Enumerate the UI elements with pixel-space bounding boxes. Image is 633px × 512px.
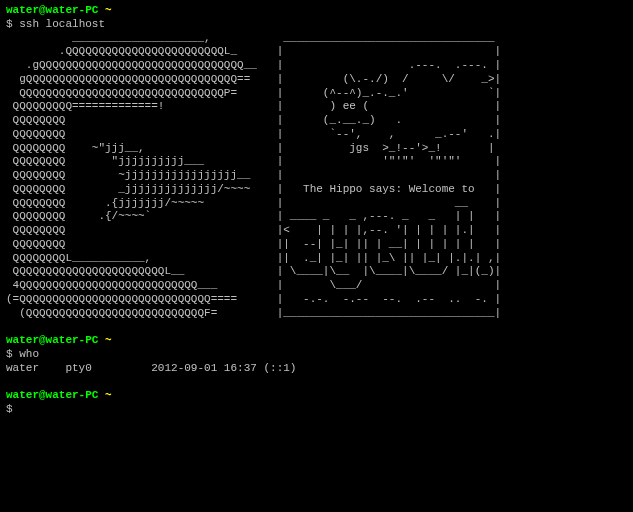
- user-host-2: water@water-PC: [6, 334, 98, 346]
- prompt-line-3: water@water-PC ~: [6, 389, 627, 403]
- prompt-line-2: water@water-PC ~: [6, 334, 627, 348]
- prompt-symbol-2: $: [6, 348, 13, 360]
- motd-ascii-art: ____________________, __________________…: [6, 32, 627, 321]
- command-line-3[interactable]: $: [6, 403, 627, 417]
- command-2: who: [19, 348, 39, 360]
- who-output: water pty0 2012-09-01 16:37 (::1): [6, 362, 627, 376]
- user-host-3: water@water-PC: [6, 389, 98, 401]
- prompt-line-1: water@water-PC ~: [6, 4, 627, 18]
- prompt-symbol-3: $: [6, 403, 13, 415]
- command-line-2[interactable]: $ who: [6, 348, 627, 362]
- path-3: ~: [105, 389, 112, 401]
- blank-1: [6, 320, 627, 334]
- blank-2: [6, 375, 627, 389]
- path-1: ~: [105, 4, 112, 16]
- user-host-1: water@water-PC: [6, 4, 98, 16]
- command-1: ssh localhost: [19, 18, 105, 30]
- command-line-1[interactable]: $ ssh localhost: [6, 18, 627, 32]
- path-2: ~: [105, 334, 112, 346]
- prompt-symbol-1: $: [6, 18, 13, 30]
